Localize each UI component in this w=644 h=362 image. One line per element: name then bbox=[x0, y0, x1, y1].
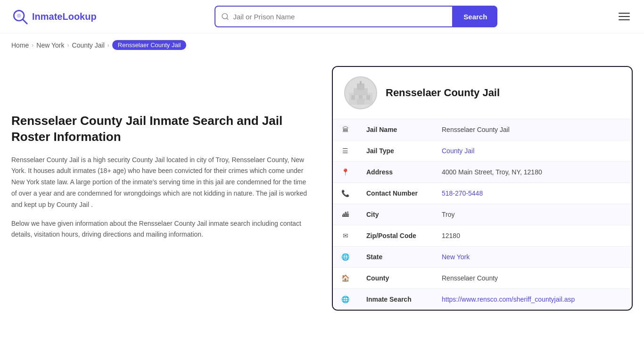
row-value: Rensselaer County bbox=[433, 268, 632, 289]
search-bar: Search bbox=[215, 6, 497, 27]
row-icon: 🏠 bbox=[333, 268, 358, 289]
breadcrumb-home[interactable]: Home bbox=[11, 41, 29, 49]
info-table: 🏛Jail NameRensselaer County Jail☰Jail Ty… bbox=[333, 119, 632, 310]
search-input-wrap bbox=[215, 6, 453, 27]
row-value[interactable]: New York bbox=[433, 247, 632, 268]
svg-line-1 bbox=[23, 19, 27, 24]
table-row: 📞Contact Number518-270-5448 bbox=[333, 183, 632, 204]
row-icon: ✉ bbox=[333, 225, 358, 247]
page-title: Rensselaer County Jail Inmate Search and… bbox=[11, 113, 313, 145]
row-icon: 🌐 bbox=[333, 289, 358, 310]
row-label: Jail Name bbox=[358, 119, 433, 140]
table-row: 📍Address4000 Main Street, Troy, NY, 1218… bbox=[333, 162, 632, 183]
row-value: 4000 Main Street, Troy, NY, 12180 bbox=[433, 162, 632, 183]
row-icon: 🌐 bbox=[333, 247, 358, 268]
row-icon: 🏛 bbox=[333, 119, 358, 140]
hamburger-line-1 bbox=[619, 13, 630, 14]
row-value[interactable]: County Jail bbox=[433, 140, 632, 162]
hamburger-line-3 bbox=[619, 19, 630, 20]
logo-text: InmateLookup bbox=[32, 11, 97, 22]
right-column: Rensselaer County Jail 🏛Jail NameRenssel… bbox=[332, 66, 633, 311]
jail-card-name: Rensselaer County Jail bbox=[386, 87, 500, 99]
row-link[interactable]: County Jail bbox=[442, 147, 474, 155]
svg-rect-9 bbox=[351, 95, 355, 100]
table-row: 🌐Inmate Searchhttps://www.rensco.com/she… bbox=[333, 289, 632, 310]
breadcrumb-sep-3: › bbox=[107, 42, 109, 49]
row-value[interactable]: 518-270-5448 bbox=[433, 183, 632, 204]
row-label: State bbox=[358, 247, 433, 268]
row-value[interactable]: https://www.rensco.com/sheriff_countyjai… bbox=[433, 289, 632, 310]
logo-link[interactable]: InmateLookup bbox=[11, 8, 97, 25]
row-link[interactable]: https://www.rensco.com/sheriff_countyjai… bbox=[442, 296, 575, 303]
left-column: Rensselaer County Jail Inmate Search and… bbox=[11, 66, 313, 311]
svg-rect-11 bbox=[366, 95, 370, 100]
search-input[interactable] bbox=[233, 13, 446, 21]
row-label: Jail Type bbox=[358, 140, 433, 162]
svg-line-4 bbox=[227, 18, 228, 19]
logo-icon bbox=[11, 8, 28, 25]
row-value: Rensselaer County Jail bbox=[433, 119, 632, 140]
jail-avatar bbox=[344, 76, 377, 109]
row-icon: 📍 bbox=[333, 162, 358, 183]
search-icon bbox=[221, 12, 229, 21]
svg-rect-12 bbox=[357, 99, 364, 105]
table-row: 🌐StateNew York bbox=[333, 247, 632, 268]
page-description-1: Rensselaer County Jail is a high securit… bbox=[11, 155, 313, 211]
row-label: County bbox=[358, 268, 433, 289]
table-row: ✉Zip/Postal Code12180 bbox=[333, 225, 632, 247]
breadcrumb: Home › New York › County Jail › Renssela… bbox=[0, 33, 644, 57]
row-label: City bbox=[358, 204, 433, 225]
row-value: Troy bbox=[433, 204, 632, 225]
table-row: ☰Jail TypeCounty Jail bbox=[333, 140, 632, 162]
breadcrumb-sep-1: › bbox=[32, 42, 33, 49]
row-value: 12180 bbox=[433, 225, 632, 247]
row-label: Inmate Search bbox=[358, 289, 433, 310]
row-label: Zip/Postal Code bbox=[358, 225, 433, 247]
table-row: 🏙CityTroy bbox=[333, 204, 632, 225]
svg-point-2 bbox=[17, 14, 21, 18]
svg-rect-8 bbox=[360, 81, 362, 85]
jail-card: Rensselaer County Jail 🏛Jail NameRenssel… bbox=[332, 66, 633, 311]
table-row: 🏛Jail NameRensselaer County Jail bbox=[333, 119, 632, 140]
row-icon: 🏙 bbox=[333, 204, 358, 225]
row-link[interactable]: New York bbox=[442, 253, 470, 261]
row-icon: 📞 bbox=[333, 183, 358, 204]
table-row: 🏠CountyRensselaer County bbox=[333, 268, 632, 289]
breadcrumb-state[interactable]: New York bbox=[36, 41, 64, 49]
breadcrumb-sep-2: › bbox=[67, 42, 69, 49]
row-label: Contact Number bbox=[358, 183, 433, 204]
main-content: Rensselaer County Jail Inmate Search and… bbox=[0, 57, 644, 329]
row-icon: ☰ bbox=[333, 140, 358, 162]
jail-card-header: Rensselaer County Jail bbox=[333, 67, 632, 119]
breadcrumb-type[interactable]: County Jail bbox=[72, 41, 105, 49]
search-button[interactable]: Search bbox=[453, 6, 497, 27]
row-label: Address bbox=[358, 162, 433, 183]
hamburger-line-2 bbox=[619, 16, 630, 17]
breadcrumb-active: Rensselaer County Jail bbox=[112, 40, 187, 50]
hamburger-menu[interactable] bbox=[616, 10, 633, 23]
site-header: InmateLookup Search bbox=[0, 0, 644, 33]
page-description-2: Below we have given information about th… bbox=[11, 218, 313, 241]
row-link[interactable]: 518-270-5448 bbox=[442, 189, 483, 197]
